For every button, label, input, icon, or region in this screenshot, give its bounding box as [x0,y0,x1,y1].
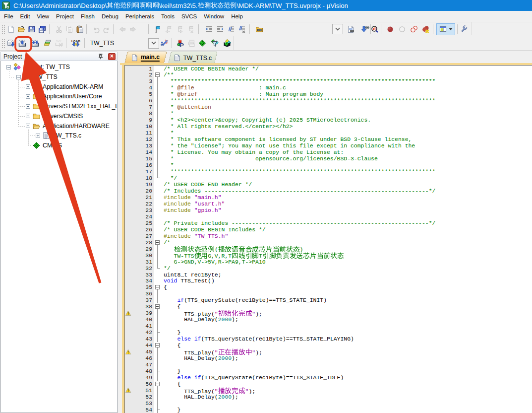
menu-flash[interactable]: Flash [77,12,98,21]
toolbar-button-save[interactable] [28,25,36,33]
svg-text:LOAD: LOAD [71,40,81,43]
tree-item-application-user-core[interactable]: Application/User/Core [26,92,102,102]
tree-item-project-tw-tts[interactable]: Project: TW_TTS [6,63,70,72]
toolbar-button-undo[interactable] [92,25,100,33]
project-panel-header: Project × [0,52,118,61]
tree-item-cmsis[interactable]: CMSIS [26,140,62,150]
menu-edit[interactable]: Edit [17,12,34,21]
tree-expander-plus[interactable] [26,104,30,109]
toolbar-button-bookmark-prev[interactable] [165,25,173,33]
line-number: 18 [125,175,152,181]
code-line-35: 35{ [125,284,532,290]
toolbar-button-copy[interactable] [65,25,73,33]
toolbar-button-indent[interactable] [205,25,213,33]
toolbar-button-cut[interactable] [55,25,63,33]
tree-expander-plus[interactable] [36,134,40,138]
code-line-23: 23#include "gpio.h" [125,207,532,213]
line-number: 48 [125,368,152,374]
toolbar-button-open-folder[interactable] [17,25,25,33]
menu-file[interactable]: File [0,12,17,21]
toolbar-button-comment[interactable] [227,25,235,33]
toolbar-button-uncomment[interactable] [238,25,246,33]
toolbar-button-new-file[interactable] [7,25,15,33]
pin-icon[interactable] [97,53,104,60]
toolbar-button-save-all[interactable] [38,25,46,33]
toolbar-button-outdent[interactable] [216,25,224,33]
toolbar-button-incremental-find[interactable] [361,25,369,33]
toolbar-button-find-in-files-doc[interactable] [347,25,355,33]
target-select[interactable]: TW_TTS [87,38,159,49]
toolbar-button-bookmark-toggle[interactable] [154,25,162,33]
tree-item-application-hardware[interactable]: Application/HARDWARE [26,121,110,131]
tree-item-tw-tts[interactable]: TW_TTS [16,72,58,82]
toolbar-button-manage-items[interactable] [187,39,195,47]
toolbar-button-configuration[interactable] [460,25,468,33]
menu-project[interactable]: Project [53,12,77,21]
toolbar-button-translate[interactable] [6,39,14,47]
tree-expander-plus[interactable] [26,94,30,99]
menu-help[interactable]: Help [228,12,246,21]
tree-expander-minus[interactable] [6,65,11,69]
close-icon[interactable]: × [108,53,116,60]
menu-window[interactable]: Window [200,12,228,21]
save-all-icon [38,25,46,33]
menu-tools[interactable]: Tools [158,12,178,21]
toolbar-grip[interactable] [1,24,5,34]
tree-expander-minus[interactable] [26,124,30,128]
target-select-dropdown[interactable] [148,38,159,49]
tree-expander-plus[interactable] [26,84,30,89]
cut-icon [55,25,63,33]
toolbar-button-pack-installer[interactable] [223,39,231,47]
tree-item-drivers-cmsis[interactable]: Drivers/CMSIS [26,111,83,121]
menu-svcs[interactable]: SVCS [178,12,200,21]
fold-margin[interactable] [154,303,162,310]
tree-expander-plus[interactable] [26,114,30,118]
toolbar-button-build[interactable] [18,39,26,47]
tree-expander-minus[interactable] [16,75,21,79]
fold-margin[interactable] [154,381,162,387]
toolbar-button-paste[interactable] [76,25,84,33]
toolbar-button-debug-session[interactable]: d [371,25,379,33]
toolbar-button-breakpoint-disable-all[interactable] [410,25,418,33]
toolbar-button-window-layout[interactable] [436,23,455,35]
code-area[interactable]: 1/* USER CODE BEGIN Header */2/**3 *****… [125,66,532,413]
cjk-char [201,246,208,253]
menu-debug[interactable]: Debug [98,12,122,21]
menu-view[interactable]: View [33,12,53,21]
line-number: 17 [125,168,152,175]
toolbar-button-nav-back[interactable] [118,25,126,33]
fold-margin[interactable] [154,71,162,78]
toolbar-button-stop-build[interactable] [55,39,63,47]
fold-margin[interactable] [154,284,162,290]
toolbar-button-breakpoint-enable[interactable] [398,25,406,33]
tree-item-tw-tts-c[interactable]: TW_TTS.c [36,131,82,140]
toolbar-button-bookmark-next[interactable] [176,25,183,33]
toolbar-button-bookmark-clear[interactable] [186,25,194,33]
fold-margin[interactable] [154,239,162,246]
toolbar-button-breakpoint-toggle[interactable] [386,25,394,33]
tree-item-application-mdk-arm[interactable]: Application/MDK-ARM [26,82,103,92]
toolbar-button-manage-rte[interactable] [177,39,184,47]
toolbar-button-load-flash[interactable]: LOAD [71,39,81,47]
find-combo-dropdown[interactable] [332,24,343,34]
cjk-char [293,246,300,253]
toolbar-button-find-in-files-folder[interactable] [255,25,263,33]
cjk-char [153,2,159,8]
toolbar-button-nav-forward[interactable] [129,25,137,33]
toolbar-button-redo[interactable] [103,25,111,33]
line-number: 12 [125,136,152,142]
toolbar-button-breakpoint-kill-all[interactable] [422,25,430,33]
fold-margin[interactable] [154,342,162,348]
toolbar-button-rebuild[interactable] [31,39,39,47]
toolbar-grip[interactable] [1,38,5,48]
toolbar-button-batch-build[interactable] [44,39,52,47]
menu-peripherals[interactable]: Peripherals [122,12,158,21]
toolbar-button-select-packs-funnel[interactable] [211,39,219,47]
code-line-45: 45 TTS_play(""); [125,348,532,355]
fold-margin [154,181,162,188]
tree-item-drivers-stm32f1xx-hal-driver[interactable]: Drivers/STM32F1xx_HAL_Driver [26,101,118,111]
toolbar-button-components-diamond[interactable] [198,39,206,47]
tab-main-c[interactable]: main.c [124,52,167,63]
tab-tw-tts-c[interactable]: TW_TTS.c [168,52,218,63]
toolbar-button-options-wand[interactable] [161,39,169,47]
